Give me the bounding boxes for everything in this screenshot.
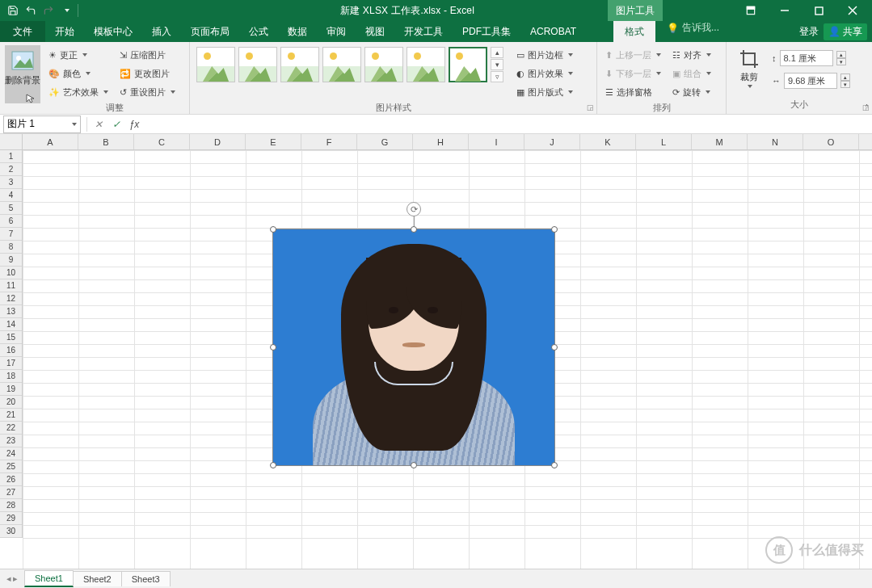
selected-picture[interactable]: ⟳ (272, 229, 555, 466)
row-header[interactable]: 5 (0, 202, 22, 215)
resize-handle-sw[interactable] (270, 462, 276, 468)
artistic-effects-button[interactable]: ✨艺术效果 (45, 84, 112, 100)
picture-border-button[interactable]: ▭图片边框 (513, 47, 576, 63)
column-headers[interactable]: ABCDEFGHIJKLMNO (23, 134, 872, 150)
tell-me-search[interactable]: 💡 告诉我... (667, 21, 719, 35)
sheet-nav-next-icon[interactable]: ▸ (13, 573, 18, 584)
column-header[interactable]: G (357, 134, 413, 149)
row-header[interactable]: 12 (0, 292, 22, 305)
select-all-corner[interactable] (0, 134, 23, 150)
selection-pane-button[interactable]: ☰选择窗格 (602, 84, 664, 100)
column-header[interactable]: H (413, 134, 469, 149)
style-thumb[interactable] (407, 47, 445, 82)
tab-pdf[interactable]: PDF工具集 (453, 21, 520, 42)
collapse-ribbon-icon[interactable]: ˄ (865, 103, 869, 112)
row-header[interactable]: 18 (0, 370, 22, 383)
style-thumb[interactable] (364, 47, 403, 82)
width-input[interactable]: ↔ 9.68 厘米 ▴▾ (772, 73, 850, 89)
column-header[interactable]: F (301, 134, 357, 149)
resize-handle-n[interactable] (411, 226, 417, 233)
column-header[interactable]: K (580, 134, 636, 149)
tab-file[interactable]: 文件 (0, 21, 45, 42)
reset-picture-button[interactable]: ↺重设图片 (116, 84, 179, 100)
accept-formula-icon[interactable]: ✓ (107, 119, 125, 130)
gallery-more-icon[interactable]: ▿ (491, 71, 503, 82)
undo-icon[interactable] (23, 2, 39, 19)
dialog-launcher-icon[interactable]: ◲ (587, 103, 594, 111)
row-header[interactable]: 19 (0, 383, 22, 396)
row-header[interactable]: 6 (0, 215, 22, 228)
tab-home[interactable]: 开始 (45, 21, 84, 42)
tab-view[interactable]: 视图 (356, 21, 394, 42)
row-header[interactable]: 21 (0, 409, 22, 422)
row-header[interactable]: 28 (0, 499, 22, 512)
tab-template[interactable]: 模板中心 (84, 21, 142, 42)
spin-up-icon[interactable]: ▴ (840, 74, 850, 81)
sheet-tab[interactable]: Sheet2 (73, 571, 122, 586)
row-header[interactable]: 10 (0, 267, 22, 279)
row-header[interactable]: 8 (0, 241, 22, 254)
row-header[interactable]: 27 (0, 486, 22, 499)
resize-handle-s[interactable] (411, 462, 417, 468)
height-input[interactable]: ↕ 8.1 厘米 ▴▾ (772, 50, 850, 66)
resize-handle-w[interactable] (270, 344, 276, 351)
row-header[interactable]: 14 (0, 318, 22, 331)
ribbon-options-icon[interactable] (735, 0, 767, 21)
remove-background-button[interactable]: 删除背景 (5, 45, 40, 103)
tab-formulas[interactable]: 公式 (239, 21, 278, 42)
row-header[interactable]: 25 (0, 460, 22, 473)
chevron-down-icon[interactable] (72, 123, 77, 126)
worksheet-grid[interactable]: ABCDEFGHIJKLMNO 123456789101112131415161… (0, 134, 872, 569)
tab-data[interactable]: 数据 (278, 21, 317, 42)
picture-effects-button[interactable]: ◐图片效果 (513, 65, 576, 82)
style-thumb[interactable] (196, 47, 235, 82)
spin-up-icon[interactable]: ▴ (836, 51, 846, 58)
minimize-icon[interactable] (769, 0, 801, 21)
style-thumb-selected[interactable] (449, 47, 487, 82)
column-header[interactable]: A (23, 134, 78, 149)
row-header[interactable]: 16 (0, 344, 22, 357)
column-header[interactable]: N (748, 134, 803, 149)
gallery-down-icon[interactable]: ▾ (491, 59, 503, 70)
row-header[interactable]: 22 (0, 422, 22, 435)
corrections-button[interactable]: ☀更正 (45, 47, 112, 63)
resize-handle-e[interactable] (551, 344, 558, 351)
cancel-formula-icon[interactable]: ✕ (90, 119, 107, 130)
tab-insert[interactable]: 插入 (142, 21, 181, 42)
style-thumb[interactable] (322, 47, 361, 82)
tab-developer[interactable]: 开发工具 (394, 21, 453, 42)
resize-handle-se[interactable] (551, 462, 558, 468)
close-icon[interactable] (836, 0, 869, 21)
send-backward-button[interactable]: ⬇下移一层 (602, 65, 664, 82)
resize-handle-nw[interactable] (270, 226, 276, 233)
tab-review[interactable]: 审阅 (317, 21, 356, 42)
column-header[interactable]: B (78, 134, 134, 149)
row-header[interactable]: 13 (0, 305, 22, 318)
change-picture-button[interactable]: 🔁更改图片 (116, 65, 179, 82)
tab-acrobat[interactable]: ACROBAT (520, 21, 586, 42)
save-icon[interactable] (5, 2, 21, 19)
row-header[interactable]: 1 (0, 150, 22, 163)
sheet-tab[interactable]: Sheet3 (121, 571, 171, 586)
group-button[interactable]: ▣组合 (669, 65, 714, 82)
crop-button[interactable]: 裁剪 (731, 45, 767, 88)
gallery-up-icon[interactable]: ▴ (491, 47, 503, 58)
style-thumb[interactable] (280, 47, 319, 82)
color-button[interactable]: 🎨颜色 (45, 65, 112, 82)
rotate-handle[interactable]: ⟳ (407, 202, 421, 216)
row-header[interactable]: 11 (0, 279, 22, 292)
column-header[interactable]: J (524, 134, 580, 149)
row-header[interactable]: 15 (0, 331, 22, 344)
row-header[interactable]: 30 (0, 525, 22, 538)
sign-in-link[interactable]: 登录 (799, 25, 819, 39)
sheet-nav-prev-icon[interactable]: ◂ (6, 573, 11, 584)
bring-forward-button[interactable]: ⬆上移一层 (602, 47, 664, 63)
row-header[interactable]: 29 (0, 512, 22, 525)
column-header[interactable]: D (190, 134, 246, 149)
column-header[interactable]: E (246, 134, 301, 149)
fx-icon[interactable]: ƒx (125, 119, 143, 130)
resize-handle-ne[interactable] (551, 226, 558, 233)
row-header[interactable]: 20 (0, 396, 22, 409)
row-header[interactable]: 7 (0, 228, 22, 241)
row-header[interactable]: 2 (0, 163, 22, 176)
